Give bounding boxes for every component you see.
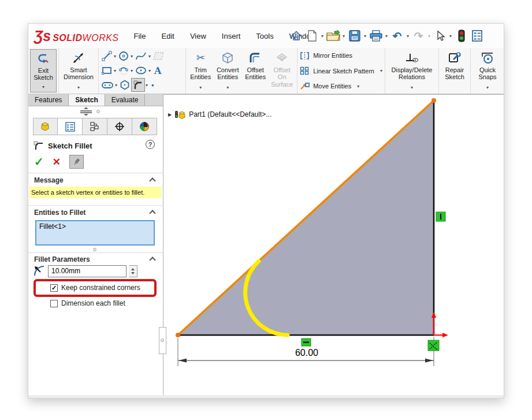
exit-sketch-dropdown-arrow[interactable]: ▾ xyxy=(42,85,44,91)
move-entities-dropdown-arrow[interactable]: ▾ xyxy=(357,84,359,89)
display-manager-tab[interactable] xyxy=(132,118,157,135)
point-tool-button[interactable]: ▪ xyxy=(149,81,157,90)
graphics-area[interactable]: ▶ Part1 (Default<<Default>... 60.00 xyxy=(163,94,504,396)
linear-pattern-dropdown-arrow[interactable]: ▾ xyxy=(380,68,382,73)
fillet-dropdown-arrow[interactable]: ▾ xyxy=(146,83,148,88)
undo-dropdown-arrow[interactable]: ▾ xyxy=(407,34,409,39)
options-button[interactable] xyxy=(469,28,485,44)
dimxpert-manager-tab[interactable] xyxy=(107,118,132,135)
trim-entities-button[interactable]: ✂ Trim Entities ▾ xyxy=(188,49,213,92)
menu-edit[interactable]: Edit xyxy=(161,32,174,40)
quick-snaps-button[interactable]: Quick Snaps ▾ xyxy=(473,49,503,92)
dimension-value[interactable]: 60.00 xyxy=(295,348,318,358)
save-dropdown-arrow[interactable]: ▾ xyxy=(364,34,366,39)
panel-splitter-handle[interactable] xyxy=(79,108,94,115)
redo-dropdown-arrow[interactable]: ▾ xyxy=(428,34,430,39)
select-button[interactable] xyxy=(432,28,448,44)
vertex-top-right[interactable] xyxy=(431,98,436,103)
sketch-viewport[interactable]: 60.00 xyxy=(163,95,504,396)
panel-resize-splitter[interactable] xyxy=(159,327,166,354)
slot-tool-button[interactable] xyxy=(101,80,114,90)
keep-visible-pin-button[interactable] xyxy=(69,155,84,169)
arc-dropdown-arrow[interactable]: ▾ xyxy=(131,68,133,73)
offset-entities-button[interactable]: Offset Entities xyxy=(242,49,269,92)
tab-evaluate[interactable]: Evaluate xyxy=(105,94,146,106)
feature-manager-tab[interactable] xyxy=(33,118,58,135)
radius-spinner[interactable] xyxy=(129,265,137,277)
offset-on-surface-button[interactable]: Offset On Surface xyxy=(269,49,295,92)
print-button[interactable] xyxy=(368,28,384,44)
redo-button[interactable]: ↷ xyxy=(411,28,426,44)
linear-sketch-pattern-icon xyxy=(300,66,310,75)
entities-collapse-chevron-icon[interactable] xyxy=(150,210,155,214)
cancel-button[interactable]: ✕ xyxy=(53,157,61,167)
menu-file[interactable]: File xyxy=(134,32,146,40)
circle-dropdown-arrow[interactable]: ▾ xyxy=(131,54,133,59)
circle-tool-button[interactable] xyxy=(117,50,130,62)
parameters-section-header[interactable]: Fillet Parameters xyxy=(34,255,90,263)
dimension-each-fillet-checkbox[interactable] xyxy=(50,300,58,307)
ellipse-tool-button[interactable] xyxy=(134,65,148,76)
ellipse-dropdown-arrow[interactable]: ▾ xyxy=(148,68,151,73)
arc-tool-button[interactable] xyxy=(117,65,130,76)
spinner-down-icon[interactable] xyxy=(131,272,135,274)
slot-dropdown-arrow[interactable]: ▾ xyxy=(115,83,117,88)
configuration-manager-tab[interactable] xyxy=(83,118,107,135)
convert-entities-button[interactable]: Convert Entities ▾ xyxy=(213,49,242,92)
line-dropdown-arrow[interactable]: ▾ xyxy=(114,54,116,59)
spline-tool-button[interactable] xyxy=(134,50,148,62)
new-dropdown-arrow[interactable]: ▾ xyxy=(321,34,323,39)
convert-dropdown-arrow[interactable]: ▾ xyxy=(226,86,229,91)
undo-button[interactable]: ↶ xyxy=(389,28,405,44)
print-dropdown-arrow[interactable]: ▾ xyxy=(385,34,388,39)
display-relations-dropdown-arrow[interactable]: ▾ xyxy=(411,86,413,91)
line-tool-button[interactable] xyxy=(101,50,113,62)
select-dropdown-arrow[interactable]: ▾ xyxy=(449,34,452,39)
listbox-resize-handle[interactable] xyxy=(93,248,96,251)
spinner-up-icon[interactable] xyxy=(131,268,135,270)
vertex-bottom-left[interactable] xyxy=(176,333,180,337)
menu-insert[interactable]: Insert xyxy=(222,32,241,40)
entities-section-header[interactable]: Entities to Fillet xyxy=(34,209,85,217)
rectangle-tool-button[interactable] xyxy=(101,65,113,76)
home-button[interactable] xyxy=(288,28,304,44)
entities-selection-list[interactable]: Fillet<1> xyxy=(35,220,155,246)
new-document-button[interactable] xyxy=(304,28,319,44)
menu-tools[interactable]: Tools xyxy=(256,32,273,40)
sketch-fillet-tool-button[interactable] xyxy=(131,78,145,92)
parameters-collapse-chevron-icon[interactable] xyxy=(150,257,155,261)
spline-dropdown-arrow[interactable]: ▾ xyxy=(148,54,151,59)
text-tool-button[interactable]: A xyxy=(152,65,163,76)
fillet-radius-input[interactable] xyxy=(48,265,127,277)
smart-dimension-dropdown-arrow[interactable]: ▾ xyxy=(77,86,80,91)
property-manager-tab[interactable] xyxy=(58,118,83,135)
exit-sketch-button[interactable]: Exit Sketch ▾ xyxy=(30,49,57,92)
linear-sketch-pattern-button[interactable]: Linear Sketch Pattern ▾ xyxy=(300,66,382,76)
open-dropdown-arrow[interactable]: ▾ xyxy=(343,34,345,39)
smart-dimension-button[interactable]: Smart Dimension ▾ xyxy=(61,49,96,92)
open-button[interactable] xyxy=(325,28,341,44)
trim-dropdown-arrow[interactable]: ▾ xyxy=(199,86,202,91)
ok-button[interactable]: ✓ xyxy=(34,156,44,168)
plane-tool-button[interactable] xyxy=(152,50,166,62)
vertical-constraint-icon[interactable] xyxy=(436,212,445,221)
horizontal-constraint-icon[interactable] xyxy=(302,339,311,346)
polygon-tool-button[interactable] xyxy=(118,79,131,91)
message-section-header[interactable]: Message xyxy=(34,176,64,184)
quick-snaps-dropdown-arrow[interactable]: ▾ xyxy=(486,86,489,91)
tab-features[interactable]: Features xyxy=(28,94,69,106)
help-button[interactable]: ? xyxy=(146,140,155,149)
fixed-constraint-icon[interactable] xyxy=(428,340,439,351)
message-collapse-chevron-icon[interactable] xyxy=(150,177,155,182)
repair-sketch-button[interactable]: Repair Sketch xyxy=(441,49,468,92)
save-button[interactable] xyxy=(347,28,362,44)
mirror-entities-button[interactable]: Mirror Entities xyxy=(300,50,382,61)
display-delete-relations-button[interactable]: Display/Delete Relations ▾ xyxy=(387,49,437,92)
rebuild-button[interactable] xyxy=(453,28,469,44)
spline-tool-icon xyxy=(135,50,147,62)
selected-entity[interactable]: Fillet<1> xyxy=(39,222,66,231)
rectangle-dropdown-arrow[interactable]: ▾ xyxy=(114,68,116,73)
tab-sketch[interactable]: Sketch xyxy=(69,94,105,106)
move-entities-button[interactable]: Move Entities ▾ xyxy=(300,81,382,91)
menu-view[interactable]: View xyxy=(190,32,206,40)
